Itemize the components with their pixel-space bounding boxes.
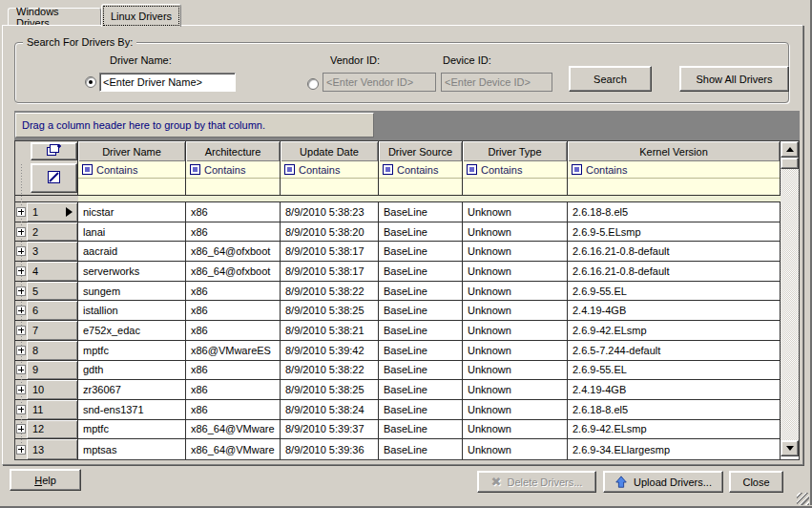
row-header[interactable]: 6 (27, 301, 78, 320)
filter-condition-square-icon[interactable] (82, 164, 93, 175)
cell-update-date[interactable]: 8/9/2010 5:38:17 (281, 242, 379, 261)
filter-condition-square-icon[interactable] (467, 164, 477, 175)
cell-driver-name[interactable]: zr36067 (78, 380, 186, 399)
cell-kernel-version[interactable]: 2.6.9-34.ELlargesmp (568, 439, 781, 459)
cell-driver-name[interactable]: gdth (78, 361, 186, 380)
table-row[interactable]: 3aacraidx86_64@ofxboot8/9/2010 5:38:17Ba… (15, 242, 799, 262)
filter-condition-square-icon[interactable] (284, 164, 295, 175)
filter-input-driver-type[interactable] (463, 179, 567, 195)
table-row[interactable]: 10zr36067x868/9/2010 5:38:25BaseLineUnkn… (15, 380, 799, 400)
cell-kernel-version[interactable]: 2.6.9-55.EL (568, 282, 781, 301)
cell-driver-name[interactable]: mptfc (78, 420, 186, 439)
cell-driver-source[interactable]: BaseLine (379, 400, 463, 419)
cell-architecture[interactable]: x86 (186, 301, 281, 320)
row-header[interactable]: 5 (27, 282, 78, 301)
cell-update-date[interactable]: 8/9/2010 5:38:17 (281, 262, 379, 281)
filter-condition-driver-type[interactable]: Contains (463, 161, 567, 179)
cell-update-date[interactable]: 8/9/2010 5:38:25 (281, 380, 379, 399)
cell-driver-type[interactable]: Unknown (463, 361, 568, 380)
filter-condition-square-icon[interactable] (383, 164, 393, 175)
cell-driver-source[interactable]: BaseLine (379, 202, 463, 222)
show-all-drivers-button[interactable]: Show All Drivers (679, 66, 789, 92)
cell-driver-source[interactable]: BaseLine (379, 321, 463, 340)
close-button[interactable]: Close (729, 471, 783, 493)
cell-update-date[interactable]: 8/9/2010 5:38:22 (281, 361, 379, 380)
filter-condition-architecture[interactable]: Contains (186, 161, 280, 179)
cell-kernel-version[interactable]: 2.6.9-55.EL (568, 361, 781, 380)
cell-update-date[interactable]: 8/9/2010 5:38:20 (281, 222, 379, 242)
table-row[interactable]: 5sungemx868/9/2010 5:38:22BaseLineUnknow… (15, 282, 799, 302)
cell-driver-name[interactable]: e752x_edac (78, 321, 186, 340)
cell-driver-source[interactable]: BaseLine (379, 282, 463, 301)
cell-update-date[interactable]: 8/9/2010 5:38:24 (281, 400, 379, 419)
cell-architecture[interactable]: x86 (186, 282, 281, 301)
row-header[interactable]: 1 (27, 202, 78, 222)
cell-kernel-version[interactable]: 2.6.9-5.ELsmp (568, 222, 781, 242)
cell-driver-type[interactable]: Unknown (463, 420, 568, 439)
cell-architecture[interactable]: x86_64@ofxboot (186, 242, 281, 261)
cell-architecture[interactable]: x86 (186, 400, 281, 419)
cell-kernel-version[interactable]: 2.6.9-42.ELsmp (568, 321, 781, 340)
row-header[interactable]: 4 (27, 262, 78, 281)
filter-input-driver-name[interactable] (78, 179, 185, 195)
cell-driver-source[interactable]: BaseLine (379, 380, 463, 399)
filter-condition-driver-name[interactable]: Contains (78, 161, 185, 179)
filter-input-architecture[interactable] (186, 179, 280, 195)
driver-name-input[interactable] (99, 73, 236, 92)
cell-driver-name[interactable]: mptsas (78, 439, 186, 459)
column-header-update-date[interactable]: Update Date (281, 141, 379, 161)
table-row[interactable]: 13mptsasx86_64@VMware8/9/2010 5:39:36Bas… (15, 439, 799, 459)
cell-driver-name[interactable]: serverworks (78, 262, 186, 281)
cell-kernel-version[interactable]: 2.6.18-8.el5 (568, 400, 781, 419)
filter-condition-square-icon[interactable] (572, 164, 582, 175)
table-row[interactable]: 8mptfcx86@VMwareES8/9/2010 5:39:42BaseLi… (15, 341, 799, 361)
tab-windows-drivers[interactable]: Windows Drivers (8, 8, 101, 26)
plus-box-icon[interactable] (16, 246, 26, 256)
vertical-scrollbar[interactable] (781, 141, 799, 456)
cell-kernel-version[interactable]: 2.4.19-4GB (568, 301, 781, 320)
field-chooser-button[interactable] (31, 142, 77, 160)
filter-input-driver-source[interactable] (379, 179, 462, 195)
column-header-architecture[interactable]: Architecture (186, 141, 281, 161)
column-header-driver-name[interactable]: Driver Name (78, 141, 186, 161)
row-header[interactable]: 7 (27, 321, 78, 340)
cell-kernel-version[interactable]: 2.4.19-4GB (568, 380, 781, 399)
cell-driver-source[interactable]: BaseLine (379, 420, 463, 439)
scroll-down-button[interactable] (781, 440, 799, 456)
row-header[interactable]: 9 (27, 361, 78, 380)
plus-box-icon[interactable] (16, 424, 26, 434)
cell-driver-name[interactable]: sungem (78, 282, 186, 301)
row-header[interactable]: 11 (27, 400, 78, 419)
filter-condition-square-icon[interactable] (190, 164, 200, 175)
cell-driver-name[interactable]: snd-ens1371 (78, 400, 186, 419)
upload-drivers-button[interactable]: Upload Drivers... (603, 471, 723, 493)
cell-update-date[interactable]: 8/9/2010 5:38:25 (281, 301, 379, 320)
plus-box-icon[interactable] (16, 306, 26, 315)
table-row[interactable]: 11snd-ens1371x868/9/2010 5:38:24BaseLine… (15, 400, 799, 420)
cell-architecture[interactable]: x86@VMwareES (186, 341, 281, 360)
column-header-kernel-version[interactable]: Kernel Version (568, 141, 781, 161)
cell-driver-source[interactable]: BaseLine (379, 262, 463, 281)
cell-architecture[interactable]: x86 (186, 202, 281, 222)
help-button[interactable]: Help (10, 469, 81, 491)
filter-edit-button[interactable] (31, 163, 77, 193)
column-header-driver-type[interactable]: Driver Type (463, 141, 568, 161)
cell-kernel-version[interactable]: 2.6.16.21-0.8-default (568, 242, 781, 261)
resize-grip[interactable] (797, 493, 809, 505)
cell-kernel-version[interactable]: 2.6.9-42.ELsmp (568, 420, 781, 439)
filter-condition-driver-source[interactable]: Contains (379, 161, 462, 179)
cell-architecture[interactable]: x86_64@VMware (186, 439, 281, 459)
filter-condition-update-date[interactable]: Contains (281, 161, 378, 179)
cell-architecture[interactable]: x86 (186, 321, 281, 340)
cell-architecture[interactable]: x86_64@ofxboot (186, 262, 281, 281)
table-row[interactable]: 2lanaix868/9/2010 5:38:20BaseLineUnknown… (15, 222, 799, 243)
cell-driver-name[interactable]: istallion (78, 301, 186, 320)
cell-driver-source[interactable]: BaseLine (379, 222, 463, 242)
table-row[interactable]: 6istallionx868/9/2010 5:38:25BaseLineUnk… (15, 301, 799, 321)
table-row[interactable]: 1nicstarx868/9/2010 5:38:23BaseLineUnkno… (15, 202, 799, 222)
plus-box-icon[interactable] (16, 346, 26, 355)
cell-driver-name[interactable]: mptfc (78, 341, 186, 360)
cell-driver-type[interactable]: Unknown (463, 439, 568, 459)
search-button[interactable]: Search (569, 66, 652, 92)
cell-architecture[interactable]: x86 (186, 380, 281, 399)
